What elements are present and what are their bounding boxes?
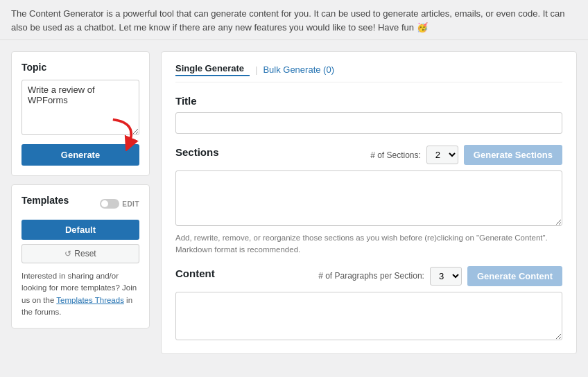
main-content: Single Generate | Bulk Generate (0) Titl… (161, 51, 577, 354)
edit-toggle[interactable]: EDIT (100, 199, 139, 209)
tab-separator: | (255, 64, 257, 75)
content-row: Content # of Paragraphs per Section: 1 2… (175, 266, 562, 286)
banner: The Content Generator is a powerful tool… (0, 0, 588, 40)
sections-count-label: # of Sections: (370, 150, 421, 160)
templates-card: Templates EDIT Default ↺ Reset Intereste… (11, 184, 150, 328)
toggle-switch[interactable] (100, 199, 119, 209)
templates-header: Templates EDIT (21, 195, 139, 213)
tab-single-generate[interactable]: Single Generate (175, 63, 250, 76)
title-input[interactable] (175, 112, 562, 134)
edit-label: EDIT (122, 200, 139, 208)
content-textarea[interactable] (175, 292, 562, 340)
sections-row: Sections # of Sections: 1 2 3 4 5 Genera… (175, 145, 562, 165)
banner-text: The Content Generator is a powerful tool… (11, 8, 565, 33)
sidebar: Topic Write a review of WPForms Generate… (11, 51, 150, 328)
content-controls: # of Paragraphs per Section: 1 2 3 4 5 G… (318, 266, 562, 286)
sections-count-select[interactable]: 1 2 3 4 5 (426, 146, 458, 164)
paragraphs-count-select[interactable]: 1 2 3 4 5 (430, 267, 462, 286)
topic-input[interactable]: Write a review of WPForms (21, 80, 139, 135)
paragraphs-label: # of Paragraphs per Section: (318, 271, 424, 281)
topic-card: Topic Write a review of WPForms Generate (11, 51, 150, 176)
content-label: Content (175, 268, 215, 279)
templates-footer: Interested in sharing and/or looking for… (21, 270, 139, 318)
sections-label: Sections (175, 146, 219, 158)
templates-title: Templates (21, 195, 69, 206)
templates-threads-link[interactable]: Templates Threads (56, 296, 124, 304)
reset-button[interactable]: ↺ Reset (21, 244, 139, 263)
default-template-button[interactable]: Default (21, 220, 139, 240)
sections-controls: # of Sections: 1 2 3 4 5 Generate Sectio… (370, 145, 562, 165)
generate-sections-button[interactable]: Generate Sections (464, 145, 562, 165)
generate-content-button[interactable]: Generate Content (467, 266, 562, 286)
generate-button[interactable]: Generate (21, 144, 139, 166)
tabs-row: Single Generate | Bulk Generate (0) (175, 63, 562, 82)
reset-icon: ↺ (64, 249, 71, 258)
tab-bulk-generate[interactable]: Bulk Generate (0) (263, 64, 334, 75)
sections-textarea[interactable] (175, 170, 562, 226)
topic-title: Topic (21, 62, 139, 73)
title-label: Title (175, 95, 562, 107)
reset-label: Reset (74, 249, 96, 258)
sections-hint: Add, rewrite, remove, or reorganize thos… (175, 232, 562, 256)
